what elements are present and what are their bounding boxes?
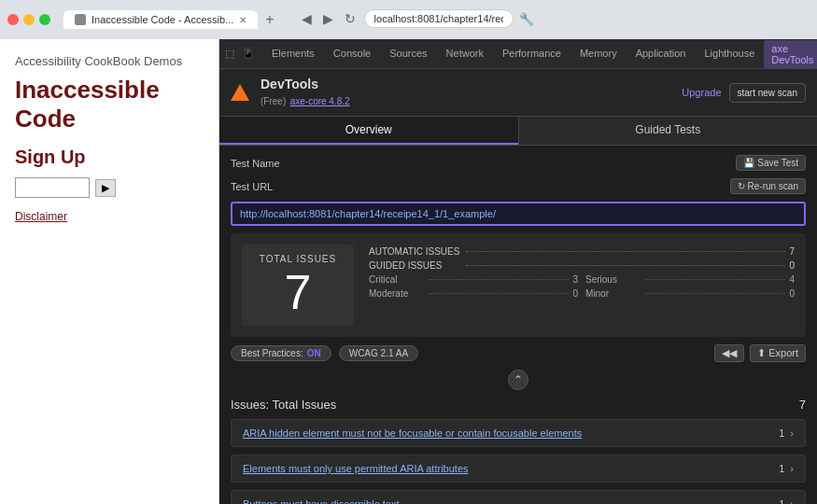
serious-value: 4 xyxy=(789,274,795,285)
best-practices-filter[interactable]: Best Practices: ON xyxy=(231,345,331,361)
issues-summary-card: TOTAL ISSUES 7 AUTOMATIC ISSUES 7 GUIDED… xyxy=(231,233,806,337)
moderate-item: Moderate 0 xyxy=(369,288,578,299)
axe-header: DevTools (Free) axe-core 4.8.2 Upgrade s… xyxy=(219,69,817,117)
forward-button[interactable]: ▶ xyxy=(320,11,336,26)
issue-item-2[interactable]: Buttons must have discernible text 1 › xyxy=(231,490,806,504)
tab-lighthouse[interactable]: Lighthouse xyxy=(695,42,764,66)
guided-dots xyxy=(466,265,785,266)
issues-list-count: 7 xyxy=(799,398,806,412)
total-issues-box: TOTAL ISSUES 7 xyxy=(242,245,354,326)
issues-breakdown: AUTOMATIC ISSUES 7 GUIDED ISSUES 0 Criti… xyxy=(369,245,795,326)
refresh-button[interactable]: ↻ xyxy=(342,11,359,26)
new-tab-button[interactable]: + xyxy=(261,11,277,28)
issue-item-text-1: Elements must only use permitted ARIA at… xyxy=(243,463,779,474)
upgrade-button[interactable]: Upgrade xyxy=(682,87,721,98)
moderate-dots xyxy=(429,293,569,294)
severity-row-2: Moderate 0 Minor 0 xyxy=(369,288,795,299)
automatic-issues-row: AUTOMATIC ISSUES 7 xyxy=(369,246,795,257)
best-practices-toggle: ON xyxy=(307,348,321,358)
guided-issues-value: 0 xyxy=(789,260,795,271)
devtools-tabs: Elements Console Sources Network Perform… xyxy=(262,40,817,68)
issue-chevron-0: › xyxy=(790,427,794,439)
axe-body: Test Name 💾 Save Test Test URL ↻ Re-run … xyxy=(219,146,817,504)
issue-item-right-0: 1 › xyxy=(779,427,794,439)
issues-list-title: Issues: Total Issues xyxy=(231,398,336,412)
minor-dots xyxy=(645,293,785,294)
webpage-input-field[interactable] xyxy=(15,177,90,198)
axe-logo-info: DevTools (Free) axe-core 4.8.2 xyxy=(261,77,350,108)
webpage-form-group: ▶ xyxy=(15,177,204,198)
issue-item-right-1: 1 › xyxy=(779,463,794,474)
issue-item-right-2: 1 › xyxy=(779,498,794,504)
guided-issues-label: GUIDED ISSUES xyxy=(369,260,462,271)
axe-logo: DevTools (Free) axe-core 4.8.2 xyxy=(231,77,350,108)
serious-dots xyxy=(645,279,785,280)
tab-network[interactable]: Network xyxy=(437,42,493,66)
webpage-site-title: Accessibility CookBook Demos xyxy=(15,54,204,68)
tab-bar: Inaccessible Code - Accessib... ✕ + xyxy=(56,10,286,29)
axe-logo-text: DevTools xyxy=(261,77,350,91)
collapse-handle[interactable]: ⌃ xyxy=(508,370,528,390)
test-url-row: Test URL ↻ Re-run scan xyxy=(231,178,806,194)
webpage-heading: Inaccessible Code xyxy=(15,76,204,133)
issue-item-count-2: 1 xyxy=(779,498,784,504)
test-name-label: Test Name xyxy=(231,158,296,169)
issue-item-text-0: ARIA hidden element must not be focusabl… xyxy=(243,427,779,439)
best-practices-label: Best Practices: xyxy=(241,348,303,358)
test-name-row: Test Name 💾 Save Test xyxy=(231,155,806,171)
critical-value: 3 xyxy=(572,274,578,285)
tab-memory[interactable]: Memory xyxy=(570,42,627,66)
browser-actions: 🔧 xyxy=(519,12,534,26)
save-test-button[interactable]: 💾 Save Test xyxy=(736,155,806,171)
guided-issues-row: GUIDED ISSUES 0 xyxy=(369,260,795,271)
disclaimer-link[interactable]: Disclaimer xyxy=(15,210,67,223)
overview-tab[interactable]: Overview xyxy=(219,117,518,145)
severity-row: Critical 3 Serious 4 xyxy=(369,274,795,285)
total-issues-label: TOTAL ISSUES xyxy=(257,254,339,264)
issue-item-count-1: 1 xyxy=(779,463,784,474)
tab-console[interactable]: Console xyxy=(324,42,380,66)
fullscreen-button[interactable] xyxy=(39,14,50,25)
device-icon[interactable]: 📱 xyxy=(242,48,255,60)
webpage-submit-button[interactable]: ▶ xyxy=(95,179,116,197)
tab-application[interactable]: Application xyxy=(627,42,696,66)
automatic-dots xyxy=(466,251,785,252)
collapse-all-button[interactable]: ◀◀ xyxy=(714,344,744,362)
url-input[interactable] xyxy=(364,9,514,28)
filter-bar: Best Practices: ON WCAG 2.1 AA ◀◀ ⬆ Expo… xyxy=(231,344,806,362)
wcag-filter[interactable]: WCAG 2.1 AA xyxy=(339,345,418,361)
axe-free-label: (Free) xyxy=(261,96,286,106)
webpage-panel: Accessibility CookBook Demos Inaccessibl… xyxy=(0,39,219,504)
test-url-box[interactable]: http://localhost:8081/chapter14/receipe1… xyxy=(231,202,806,226)
serious-label: Serious xyxy=(585,274,641,285)
critical-dots xyxy=(429,279,569,280)
guided-tests-tab[interactable]: Guided Tests xyxy=(518,117,818,145)
tab-performance[interactable]: Performance xyxy=(493,42,570,66)
axe-core-link[interactable]: axe-core 4.8.2 xyxy=(290,96,350,106)
webpage-subheading: Sign Up xyxy=(15,147,204,168)
minor-label: Minor xyxy=(585,288,641,299)
back-button[interactable]: ◀ xyxy=(299,11,315,26)
devtools-panel: ⬚ 📱 Elements Console Sources Network Per… xyxy=(219,39,817,504)
issue-item-0[interactable]: ARIA hidden element must not be focusabl… xyxy=(231,419,806,447)
wcag-label: WCAG 2.1 AA xyxy=(349,348,408,358)
filter-bar-right: ◀◀ ⬆ Export xyxy=(714,344,806,362)
issues-list-header: Issues: Total Issues 7 xyxy=(231,398,806,412)
tab-close-button[interactable]: ✕ xyxy=(239,15,247,25)
rerun-scan-button[interactable]: ↻ Re-run scan xyxy=(730,178,806,194)
moderate-label: Moderate xyxy=(369,288,425,299)
close-button[interactable] xyxy=(7,14,19,25)
inspect-icon[interactable]: ⬚ xyxy=(225,48,234,60)
critical-label: Critical xyxy=(369,274,425,285)
active-tab[interactable]: Inaccessible Code - Accessib... ✕ xyxy=(63,10,258,29)
minimize-button[interactable] xyxy=(23,14,35,25)
tab-axe-devtools[interactable]: axe DevTools xyxy=(764,40,817,68)
export-button[interactable]: ⬆ Export xyxy=(750,344,806,362)
tab-label: Inaccessible Code - Accessib... xyxy=(92,14,233,25)
issue-item-1[interactable]: Elements must only use permitted ARIA at… xyxy=(231,455,806,483)
tab-elements[interactable]: Elements xyxy=(262,42,324,66)
issue-item-count-0: 1 xyxy=(779,427,784,439)
axe-header-right: Upgrade start new scan xyxy=(682,83,806,103)
start-new-scan-button[interactable]: start new scan xyxy=(729,83,806,103)
tab-sources[interactable]: Sources xyxy=(380,42,436,66)
